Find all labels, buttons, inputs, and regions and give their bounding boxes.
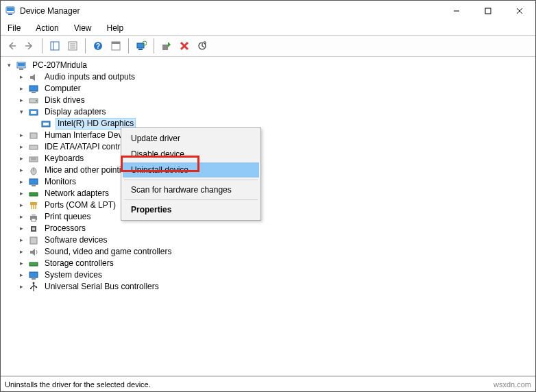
svg-text:?: ? <box>96 42 100 50</box>
action-button[interactable] <box>108 38 124 54</box>
tree-item-ports[interactable]: ▸Ports (COM & LPT) <box>17 199 534 211</box>
chevron-right-icon[interactable]: ▸ <box>17 132 25 140</box>
chevron-right-icon[interactable]: ▸ <box>17 155 25 163</box>
svg-rect-43 <box>30 202 37 205</box>
tree-item-display-child[interactable]: Intel(R) HD Graphics <box>29 118 534 130</box>
context-update-driver[interactable]: Update driver <box>123 131 259 146</box>
chevron-right-icon[interactable]: ▸ <box>17 85 25 93</box>
close-button[interactable] <box>504 1 535 21</box>
chevron-right-icon[interactable]: ▸ <box>17 271 25 280</box>
svg-rect-26 <box>32 92 36 93</box>
svg-rect-25 <box>29 86 38 91</box>
svg-rect-23 <box>18 63 25 66</box>
chevron-right-icon[interactable]: ▸ <box>17 260 25 268</box>
tree-item-usb[interactable]: ▸Universal Serial Bus controllers <box>17 281 534 293</box>
chevron-right-icon[interactable]: ▸ <box>17 143 25 151</box>
monitor-icon <box>28 177 39 188</box>
tree-item-processors[interactable]: ▸Processors <box>17 223 534 234</box>
context-divider <box>124 199 258 200</box>
storage-icon <box>28 258 39 269</box>
chevron-right-icon[interactable]: ▸ <box>17 213 25 221</box>
tree-item-sound[interactable]: ▸Sound, video and game controllers <box>17 246 534 258</box>
chevron-right-icon[interactable]: ▸ <box>17 190 25 198</box>
tree-item-system[interactable]: ▸System devices <box>17 269 534 281</box>
cpu-icon <box>28 223 39 234</box>
tree-item-audio[interactable]: ▸Audio inputs and outputs <box>17 71 534 83</box>
chevron-right-icon[interactable]: ▸ <box>17 225 25 233</box>
display-adapter-icon <box>40 119 51 130</box>
menu-help[interactable]: Help <box>104 22 127 34</box>
context-properties[interactable]: Properties <box>123 202 259 217</box>
back-button[interactable] <box>3 38 20 54</box>
window-title: Device Manager <box>20 6 441 16</box>
svg-rect-40 <box>29 179 38 184</box>
tree-item-keyboards[interactable]: ▸Keyboards <box>17 153 534 164</box>
svg-rect-33 <box>30 133 37 138</box>
drive-icon <box>28 95 39 106</box>
sound-icon <box>28 247 39 258</box>
toolbar-separator <box>154 38 154 53</box>
speaker-icon <box>28 72 39 83</box>
menu-view[interactable]: View <box>71 22 95 34</box>
tree-item-hid[interactable]: ▸Human Interface Devices <box>17 130 534 141</box>
monitor-icon <box>28 84 39 95</box>
menu-action[interactable]: Action <box>33 22 61 34</box>
tree-item-mice[interactable]: ▸Mice and other pointing devices <box>17 164 534 176</box>
svg-rect-30 <box>31 111 36 114</box>
help-button[interactable]: ? <box>90 38 106 54</box>
forward-button[interactable] <box>21 38 38 54</box>
svg-rect-20 <box>162 45 168 50</box>
chevron-right-icon[interactable]: ▸ <box>17 167 25 175</box>
context-uninstall-device[interactable]: Uninstall device <box>123 162 259 177</box>
svg-point-53 <box>33 282 35 284</box>
chevron-right-icon[interactable]: ▸ <box>17 283 25 291</box>
chevron-down-icon[interactable]: ▾ <box>17 108 25 117</box>
tree-root-label: PC-207Mridula <box>31 60 88 71</box>
context-scan-hardware[interactable]: Scan for hardware changes <box>123 182 259 197</box>
device-tree[interactable]: ▾ PC-207Mridula ▸Audio inputs and output… <box>1 57 535 376</box>
tree-item-network[interactable]: ▸Network adapters <box>17 188 534 199</box>
uninstall-button[interactable] <box>176 38 193 54</box>
context-disable-device[interactable]: Disable device <box>123 147 259 162</box>
maximize-button[interactable] <box>472 1 504 21</box>
tree-item-display[interactable]: ▾Display adapters <box>17 106 534 118</box>
scan-hardware-button[interactable] <box>133 38 149 54</box>
svg-rect-48 <box>32 228 35 230</box>
keyboard-icon <box>28 154 39 164</box>
tree-item-ide[interactable]: ▸IDE ATA/ATAPI controllers <box>17 141 534 153</box>
tree-root[interactable]: ▾ PC-207Mridula <box>5 60 534 71</box>
minimize-button[interactable] <box>441 1 472 21</box>
network-icon <box>28 188 39 199</box>
tree-item-monitors[interactable]: ▸Monitors <box>17 176 534 188</box>
port-icon <box>28 200 39 211</box>
svg-rect-4 <box>485 8 491 14</box>
tree-item-storage[interactable]: ▸Storage controllers <box>17 258 534 269</box>
menu-file[interactable]: File <box>5 22 23 34</box>
svg-rect-18 <box>138 49 143 50</box>
tree-item-computer[interactable]: ▸Computer <box>17 83 534 95</box>
chevron-right-icon[interactable]: ▸ <box>17 178 25 186</box>
mouse-icon <box>28 165 39 176</box>
chevron-right-icon[interactable]: ▸ <box>17 73 25 82</box>
hid-icon <box>28 130 39 141</box>
svg-point-55 <box>36 286 37 287</box>
chevron-down-icon[interactable]: ▾ <box>5 62 13 70</box>
chevron-right-icon[interactable]: ▸ <box>17 248 25 256</box>
toolbar-separator <box>85 38 86 53</box>
svg-rect-7 <box>51 42 59 50</box>
svg-rect-54 <box>30 288 32 289</box>
chevron-right-icon[interactable]: ▸ <box>17 236 25 245</box>
enable-device-button[interactable] <box>158 38 175 54</box>
chevron-right-icon[interactable]: ▸ <box>17 201 25 210</box>
show-hide-tree-button[interactable] <box>47 38 63 54</box>
tree-item-disk[interactable]: ▸Disk drives <box>17 95 534 106</box>
svg-rect-42 <box>29 193 38 196</box>
svg-rect-32 <box>43 123 49 125</box>
svg-rect-1 <box>7 8 14 11</box>
svg-rect-34 <box>29 145 38 149</box>
tree-item-printq[interactable]: ▸Print queues <box>17 211 534 223</box>
tree-item-software[interactable]: ▸Software devices <box>17 234 534 246</box>
update-driver-button[interactable] <box>194 38 210 54</box>
properties-button[interactable] <box>64 38 81 54</box>
chevron-right-icon[interactable]: ▸ <box>17 97 25 105</box>
